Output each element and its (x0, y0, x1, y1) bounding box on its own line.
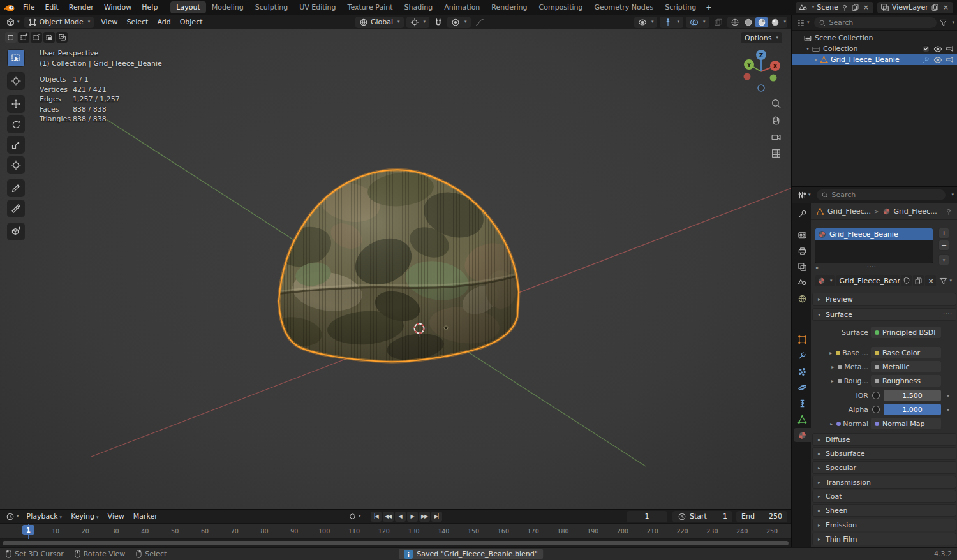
workspace-tab-animation[interactable]: Animation (438, 1, 486, 13)
expander-icon[interactable]: ▸ (816, 265, 819, 270)
proportional-falloff-button[interactable] (473, 17, 486, 28)
panel-emission[interactable]: ▸Emission (812, 519, 956, 531)
scene-selector[interactable]: ▾ Scene × (796, 2, 873, 13)
expander-icon[interactable]: ▾ (804, 46, 812, 52)
outliner-row-scene-collection[interactable]: Scene Collection (792, 33, 957, 43)
select-mode-extend[interactable] (18, 32, 29, 43)
menu-file[interactable]: File (18, 2, 40, 13)
auto-keying-button[interactable]: ▾ (346, 511, 363, 522)
panel-subsurface[interactable]: ▸Subsurface (812, 447, 956, 460)
remove-slot-button[interactable]: − (938, 240, 949, 251)
workspace-tab-texture-paint[interactable]: Texture Paint (342, 1, 399, 13)
blender-logo-icon[interactable] (4, 3, 15, 12)
toggle-camera-icon[interactable] (946, 55, 954, 64)
mode-dropdown[interactable]: Object Mode ▾ (24, 17, 94, 28)
properties-tab-output[interactable] (794, 244, 810, 258)
tool-scale[interactable] (8, 136, 24, 153)
menu-help[interactable]: Help (137, 2, 163, 13)
new-viewlayer-icon[interactable] (931, 3, 939, 11)
properties-tab-constraints[interactable] (794, 396, 810, 410)
property-value-principled-bsdf[interactable]: Principled BSDF (871, 327, 941, 338)
add-slot-button[interactable]: + (938, 228, 949, 239)
property-value-roughness[interactable]: Roughness (871, 375, 941, 387)
workspace-tab-shading[interactable]: Shading (399, 1, 439, 13)
horizontal-scrollbar[interactable] (3, 541, 789, 545)
timeline-menu-keying[interactable]: Keying▾ (66, 511, 103, 522)
properties-tab-view-layer[interactable] (794, 260, 810, 274)
shading-material-button[interactable] (755, 17, 768, 27)
outliner-search-input[interactable]: Search (814, 17, 937, 28)
outliner-row-collection[interactable]: ▾Collection (792, 43, 957, 54)
input-socket-button[interactable] (872, 406, 880, 413)
properties-tab-object[interactable] (794, 332, 810, 346)
timeline-menu-playback[interactable]: Playback▾ (22, 511, 67, 522)
select-mode-subtract[interactable] (31, 32, 42, 43)
expander-icon[interactable]: ▸ (829, 378, 836, 384)
viewlayer-selector[interactable]: ViewLayer × (877, 2, 953, 13)
workspace-tab-rendering[interactable]: Rendering (486, 1, 533, 13)
pan-hand-icon[interactable] (771, 115, 782, 126)
menu-window[interactable]: Window (99, 2, 137, 13)
panel-specular[interactable]: ▸Specular (812, 461, 956, 474)
current-frame-indicator[interactable]: 1 (22, 525, 34, 535)
tool-transform[interactable] (8, 157, 24, 173)
panel-coat[interactable]: ▸Coat (812, 490, 956, 503)
new-material-button[interactable] (913, 275, 924, 286)
overlays-dropdown[interactable]: ▾ (686, 17, 709, 28)
expander-icon[interactable]: ▸ (829, 364, 836, 370)
zoom-icon[interactable] (771, 98, 782, 109)
animate-decorator[interactable]: • (944, 404, 952, 415)
panel-thin-film[interactable]: ▸Thin Film (812, 533, 956, 545)
timeline-ruler[interactable]: 1 10203040506070809010011012013014015016… (0, 524, 791, 539)
proportional-editing-dropdown[interactable]: ▾ (447, 17, 471, 28)
viewport-menu-add[interactable]: Add (152, 17, 175, 27)
viewport-menu-select[interactable]: Select (122, 17, 152, 27)
transport-next-keyframe[interactable]: ▶▶ (419, 512, 430, 522)
unlink-scene-button[interactable]: × (862, 3, 870, 11)
tool-annotate[interactable] (8, 180, 24, 196)
toggle-eye-icon[interactable] (933, 45, 942, 54)
menu-render[interactable]: Render (64, 2, 99, 13)
toggle-checkbox-icon[interactable] (922, 45, 930, 53)
list-resize-grip[interactable]: :::: (867, 265, 877, 270)
frame-end-field[interactable]: End 250 (736, 511, 787, 522)
animate-decorator[interactable]: • (944, 390, 952, 401)
property-field-ior[interactable]: 1.500 (884, 390, 941, 401)
properties-tab-particles[interactable] (794, 364, 810, 378)
outliner-editor-type-button[interactable]: ▾ (794, 17, 812, 29)
workspace-tab-uv-editing[interactable]: UV Editing (293, 1, 341, 13)
frame-start-field[interactable]: Start 1 (672, 511, 732, 522)
properties-tab-tool[interactable] (794, 207, 810, 221)
breadcrumb-material[interactable]: Grid_Fleec... (894, 207, 937, 216)
transport-previous-keyframe[interactable]: ◀◀ (383, 512, 394, 522)
panel-diffuse[interactable]: ▸Diffuse (812, 433, 956, 446)
input-socket-button[interactable] (872, 392, 880, 399)
unlink-material-button[interactable]: × (925, 275, 936, 286)
menu-edit[interactable]: Edit (40, 2, 63, 13)
select-mode-set[interactable] (5, 32, 17, 43)
properties-tab-scene[interactable] (794, 275, 810, 289)
panel-surface[interactable]: ▾ Surface :::: (812, 308, 956, 321)
expander-icon[interactable]: ▸ (827, 350, 834, 356)
timeline-menu-marker[interactable]: Marker (129, 511, 162, 522)
select-mode-intersect[interactable] (56, 32, 68, 43)
gizmos-dropdown[interactable]: ▾ (660, 17, 683, 28)
material-slot[interactable]: Grid_Fleece_Beanie (815, 228, 933, 240)
add-workspace-button[interactable]: + (702, 1, 715, 13)
tool-measure[interactable] (8, 200, 24, 217)
properties-tab-material[interactable] (794, 428, 811, 442)
options-dropdown[interactable]: Options ▾ (741, 32, 782, 43)
timeline-menu-view[interactable]: View (103, 511, 129, 522)
pin-icon[interactable] (945, 208, 953, 216)
workspace-tab-scripting[interactable]: Scripting (659, 1, 702, 13)
transport-play[interactable]: ▶ (407, 512, 418, 522)
browse-material-button[interactable]: ▾ (815, 275, 835, 286)
property-field-alpha[interactable]: 1.000 (884, 404, 941, 415)
workspace-tab-layout[interactable]: Layout (170, 1, 205, 13)
properties-tab-modifiers[interactable] (794, 348, 810, 362)
camera-view-icon[interactable] (771, 131, 782, 142)
pin-icon[interactable] (841, 4, 849, 11)
fake-user-button[interactable] (901, 275, 912, 286)
beanie-model[interactable] (270, 167, 524, 366)
expander-icon[interactable]: ▸ (828, 421, 835, 427)
